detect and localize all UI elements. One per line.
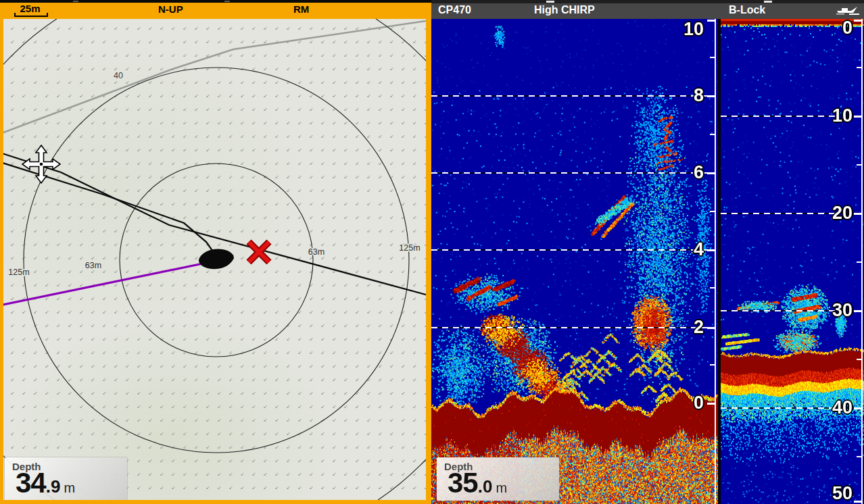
ownship-boat-icon[interactable]: [197, 247, 235, 271]
chart-motion-mode-label: RM: [293, 3, 309, 15]
sonar-model-label: CP470: [438, 4, 471, 16]
depth-scale-label: 0: [842, 19, 853, 37]
pan-cursor-icon[interactable]: [22, 145, 60, 183]
depth-scale-label: 0: [694, 394, 704, 412]
depth-scale-label: 4: [694, 241, 704, 259]
depth-gridline: [431, 172, 709, 174]
depth-gridline: [431, 95, 709, 97]
depth-value: 34: [16, 467, 46, 499]
sonar-pane[interactable]: CP470 High CHIRP B-Lock 1086420 Depth 35…: [431, 0, 864, 504]
depth-scale-axis: [861, 19, 863, 504]
depth-scale-tick-minor: [857, 261, 861, 263]
contour-depth-label: 40: [114, 71, 123, 80]
depth-decimal: .0: [478, 476, 493, 497]
depth-unit: m: [496, 480, 507, 496]
depth-scale-tick-major: [854, 20, 861, 22]
track-line: [3, 162, 214, 253]
chart-scale-indicator[interactable]: 25m: [14, 3, 46, 18]
depth-scale-tick-major: [854, 407, 861, 409]
ring-label-outer-right: 125m: [399, 243, 420, 253]
ring-label-inner-left: 63m: [85, 261, 101, 270]
ring-label-inner-right: 63m: [308, 247, 325, 257]
chart-depth-box: Depth 34 .9 m: [5, 457, 127, 500]
sonar-panel-highchirp[interactable]: 1086420 Depth 35 .0 m: [431, 19, 718, 504]
strip-divider: [764, 1, 772, 3]
strip-divider: [546, 1, 554, 3]
depth-gridline: [721, 116, 837, 117]
depth-gridline: [721, 407, 837, 409]
depth-scale-label: 10: [832, 107, 853, 125]
chart-scale-bar: [14, 13, 48, 17]
depth-scale-label: 2: [694, 318, 704, 336]
depth-gridline: [721, 213, 837, 214]
depth-scale-tick-major: [707, 95, 715, 97]
chart-topbar: 25m N-UP RM: [0, 0, 431, 19]
ring-label-outer-left: 125m: [8, 268, 29, 277]
depth-scale-tick-major: [707, 327, 715, 329]
depth-scale-tick-minor: [857, 359, 861, 360]
boat-icon: [836, 5, 860, 16]
depth-scale-tick-minor: [710, 211, 715, 212]
sonar-panel-block[interactable]: 01020304050: [721, 19, 864, 504]
depth-scale-tick-minor: [857, 67, 861, 68]
sonar-echogram-canvas[interactable]: [431, 19, 718, 504]
depth-scale-tick-minor: [710, 57, 715, 58]
depth-scale-label: 50: [832, 484, 853, 503]
depth-gridline: [721, 310, 837, 311]
sonar-body: 1086420 Depth 35 .0 m 01020304050: [431, 19, 864, 504]
cog-line: [3, 153, 426, 296]
chart-topstrip: [0, 0, 431, 3]
strip-divider: [224, 1, 230, 2]
depth-scale-tick-major: [854, 213, 861, 215]
sonar-titlebar: CP470 High CHIRP B-Lock: [431, 0, 864, 19]
depth-scale-tick-major: [707, 20, 715, 22]
depth-decimal: .9: [46, 476, 61, 497]
chart-area[interactable]: 63m 63m 125m 125m 40: [3, 19, 426, 500]
depth-value: 35: [448, 467, 478, 499]
depth-scale-tick-minor: [710, 134, 715, 135]
depth-scale-label: 8: [694, 86, 704, 105]
depth-scale-label: 30: [832, 301, 853, 320]
depth-scale-tick-major: [854, 501, 861, 503]
sonar-block-canvas[interactable]: [721, 19, 864, 504]
sonar-topstrip: [431, 0, 864, 3]
sonar-block-label: B-Lock: [729, 4, 765, 16]
depth-scale-label: 40: [832, 399, 853, 417]
sonar-mode-label: High CHIRP: [534, 4, 595, 16]
depth-scale-tick-major: [707, 172, 715, 174]
depth-scale-label: 10: [683, 20, 704, 39]
depth-scale-tick-minor: [710, 287, 715, 288]
depth-scale-tick-major: [707, 249, 715, 251]
depth-scale-tick-major: [854, 116, 861, 118]
route-line: [3, 262, 210, 305]
depth-scale-label: 20: [832, 204, 853, 222]
depth-contour-line: [3, 20, 426, 134]
strip-divider: [73, 1, 78, 2]
depth-gridline: [431, 249, 709, 251]
chart-pane[interactable]: 25m N-UP RM 63m 63m 12: [0, 0, 431, 504]
chart-orientation-label: N-UP: [158, 3, 183, 15]
depth-unit: m: [64, 480, 75, 496]
depth-scale-tick-major: [707, 403, 715, 405]
depth-scale-tick-minor: [710, 364, 715, 366]
chart-overlay: 63m 63m 125m 125m 40: [3, 19, 426, 500]
mfd-screen: 25m N-UP RM 63m 63m 12: [0, 0, 864, 504]
depth-gridline: [431, 327, 709, 328]
depth-scale-tick-minor: [857, 456, 861, 457]
sonar-depth-box: Depth 35 .0 m: [437, 457, 559, 501]
depth-scale-axis: [715, 19, 716, 504]
depth-scale-label: 6: [694, 163, 704, 182]
depth-scale-tick-major: [854, 310, 861, 312]
depth-scale-tick-minor: [857, 164, 861, 166]
